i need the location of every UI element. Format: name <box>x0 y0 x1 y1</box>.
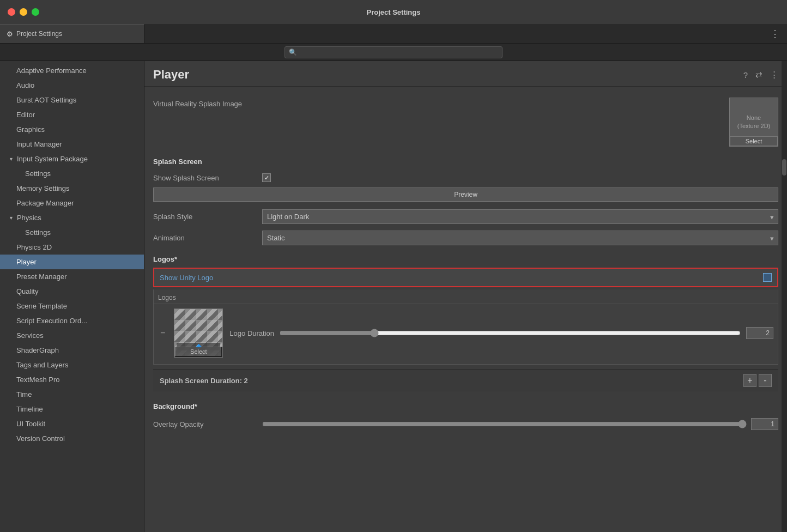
preview-button[interactable]: Preview <box>153 188 778 202</box>
minimize-button[interactable] <box>20 8 27 16</box>
splash-style-value: Light on Dark Dark on Light Unity Blue o… <box>262 209 778 224</box>
splash-duration-row: Splash Screen Duration: 2 + - <box>153 369 778 391</box>
sidebar-item-label: Editor <box>16 111 35 119</box>
sidebar-item-quality[interactable]: Quality <box>0 284 144 299</box>
sidebar-item-label: UI Toolkit <box>16 420 45 428</box>
sidebar-item-version-control[interactable]: Version Control <box>0 431 144 446</box>
sidebar-item-tags-and-layers[interactable]: Tags and Layers <box>0 358 144 372</box>
logo-duration-slider-container <box>280 329 741 337</box>
splash-duration-minus-button[interactable]: - <box>759 374 772 387</box>
help-icon[interactable]: ? <box>743 70 748 80</box>
show-splash-screen-label: Show Splash Screen <box>153 174 262 182</box>
window-title: Project Settings <box>367 8 421 16</box>
sidebar-item-input-system-package[interactable]: ▼ Input System Package <box>0 152 144 166</box>
vr-splash-row: Virtual Reality Splash Image None(Textur… <box>153 93 778 151</box>
search-row: 🔍 <box>0 44 787 61</box>
search-input[interactable] <box>284 46 503 58</box>
show-unity-logo-checkbox[interactable] <box>763 273 772 282</box>
plus-minus-buttons: + - <box>743 374 772 387</box>
logos-list: Logos − 🔷 Select <box>153 289 778 365</box>
more-icon[interactable]: ⋮ <box>770 70 778 80</box>
texture-box: None(Texture 2D) Select <box>729 98 778 147</box>
window-controls <box>8 8 39 16</box>
sidebar-item-label: Player <box>16 258 37 266</box>
layout-icon[interactable]: ⇄ <box>755 70 762 80</box>
panel-tab-label: Project Settings <box>16 30 62 38</box>
panel-title-icons: ? ⇄ ⋮ <box>743 70 778 80</box>
content-area: Adaptive Performance Audio Burst AOT Set… <box>0 61 787 532</box>
vr-splash-select-button[interactable]: Select <box>730 136 778 146</box>
sidebar-item-label: Time <box>16 390 32 398</box>
scroll-track[interactable] <box>782 61 787 532</box>
overlay-opacity-slider[interactable] <box>262 420 747 428</box>
maximize-button[interactable] <box>32 8 39 16</box>
sidebar-item-player[interactable]: Player <box>0 255 144 269</box>
panel-more-icon[interactable]: ⋮ <box>770 28 780 40</box>
texture-box-label: None(Texture 2D) <box>735 110 773 135</box>
sidebar-item-graphics[interactable]: Graphics <box>0 122 144 137</box>
sidebar-item-label: Settings <box>25 170 51 178</box>
sidebar-item-label: Input Manager <box>16 140 62 148</box>
sidebar-item-label: ShaderGraph <box>16 346 59 354</box>
sidebar-item-physics[interactable]: ▼ Physics <box>0 210 144 225</box>
sidebar-item-package-manager[interactable]: Package Manager <box>0 196 144 210</box>
splash-screen-section-label: Splash Screen <box>153 158 778 166</box>
expand-icon: ▼ <box>9 215 14 221</box>
splash-style-dropdown[interactable]: Light on Dark Dark on Light Unity Blue o… <box>262 209 778 224</box>
animation-dropdown-wrapper: Static Dolly Custom ▾ <box>262 231 778 245</box>
sidebar-item-label: Physics 2D <box>16 243 52 251</box>
logo-remove-button[interactable]: − <box>158 328 167 338</box>
animation-value: Static Dolly Custom ▾ <box>262 231 778 245</box>
sidebar-item-physics-settings[interactable]: Settings <box>0 225 144 240</box>
sidebar-item-shader-graph[interactable]: ShaderGraph <box>0 343 144 358</box>
sidebar-item-textmesh-pro[interactable]: TextMesh Pro <box>0 372 144 387</box>
show-splash-screen-value <box>262 173 778 182</box>
close-button[interactable] <box>8 8 15 16</box>
panel-header-tab: ⚙ Project Settings <box>0 24 144 43</box>
show-splash-screen-checkbox[interactable] <box>262 173 271 182</box>
logos-section-label: Logos* <box>153 255 778 263</box>
show-unity-logo-label: Show Unity Logo <box>160 274 763 282</box>
expand-icon: ▼ <box>9 156 14 162</box>
sidebar-item-input-system-settings[interactable]: Settings <box>0 166 144 181</box>
preview-btn-row: Preview <box>153 188 778 202</box>
sidebar-item-timeline[interactable]: Timeline <box>0 402 144 416</box>
sidebar-item-input-manager[interactable]: Input Manager <box>0 137 144 152</box>
logo-thumbnail: 🔷 Select <box>174 309 223 358</box>
search-wrapper: 🔍 <box>284 46 503 58</box>
overlay-opacity-input[interactable] <box>751 418 778 430</box>
sidebar-item-memory-settings[interactable]: Memory Settings <box>0 181 144 196</box>
overlay-slider-area <box>262 418 778 430</box>
splash-duration-plus-button[interactable]: + <box>743 374 756 387</box>
vr-splash-label: Virtual Reality Splash Image <box>153 98 242 108</box>
sidebar-item-label: Settings <box>25 228 51 237</box>
main-panel: Player ? ⇄ ⋮ Virtual Reality Splash Imag… <box>144 61 787 532</box>
sidebar-item-script-execution-order[interactable]: Script Execution Ord... <box>0 313 144 328</box>
panel-header-actions: ⋮ <box>770 28 787 40</box>
sidebar-item-label: Adaptive Performance <box>16 66 87 75</box>
sidebar-item-ui-toolkit[interactable]: UI Toolkit <box>0 416 144 431</box>
sidebar-item-physics-2d[interactable]: Physics 2D <box>0 240 144 255</box>
animation-dropdown[interactable]: Static Dolly Custom <box>262 231 778 245</box>
title-bar: Project Settings <box>0 0 787 24</box>
background-section: Background* Overlay Opacity <box>153 391 778 438</box>
sidebar-item-services[interactable]: Services <box>0 328 144 343</box>
sidebar-item-editor[interactable]: Editor <box>0 107 144 122</box>
scroll-thumb[interactable] <box>782 159 786 176</box>
sidebar-item-audio[interactable]: Audio <box>0 78 144 93</box>
sidebar-item-label: Scene Template <box>16 302 67 310</box>
splash-duration-label: Splash Screen Duration: 2 <box>160 377 743 385</box>
logo-duration-input[interactable] <box>746 327 773 339</box>
logo-select-button[interactable]: Select <box>174 347 222 357</box>
sidebar-item-preset-manager[interactable]: Preset Manager <box>0 269 144 284</box>
logos-list-header: Logos <box>154 292 778 304</box>
sidebar-item-burst-aot[interactable]: Burst AOT Settings <box>0 93 144 107</box>
panel-content: Virtual Reality Splash Image None(Textur… <box>144 87 787 444</box>
sidebar-item-label: Memory Settings <box>16 184 70 192</box>
sidebar-item-scene-template[interactable]: Scene Template <box>0 299 144 313</box>
logo-duration-slider[interactable] <box>280 329 741 337</box>
sidebar-item-adaptive-performance[interactable]: Adaptive Performance <box>0 63 144 78</box>
panel-header-row: ⚙ Project Settings ⋮ <box>0 24 787 44</box>
sidebar-item-time[interactable]: Time <box>0 387 144 402</box>
sidebar-item-label: Input System Package <box>17 155 88 163</box>
